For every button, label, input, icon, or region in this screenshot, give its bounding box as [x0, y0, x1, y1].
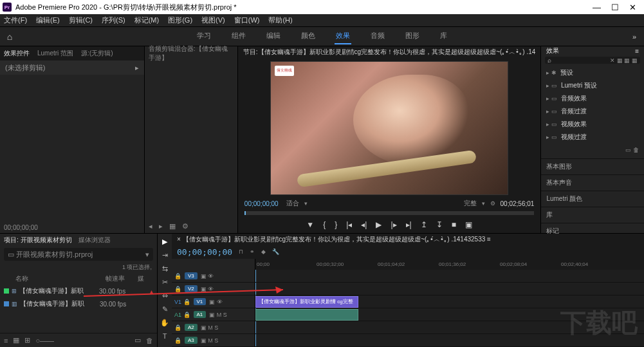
- tab-project[interactable]: 项目: 开眼视频素材剪切: [4, 236, 72, 245]
- chevron-down-icon[interactable]: ▾: [482, 200, 485, 207]
- menu-clip[interactable]: 剪辑(C): [69, 15, 93, 25]
- folder-lumetri-presets[interactable]: ▸ ▭Lumetri 预设: [544, 79, 641, 92]
- selection-tool-icon[interactable]: ▶: [162, 238, 167, 246]
- link-icon[interactable]: ⚭: [250, 249, 255, 255]
- home-icon[interactable]: ⌂: [0, 32, 19, 42]
- gear-icon[interactable]: ⚙: [490, 200, 495, 207]
- razor-tool-icon[interactable]: ✂: [162, 278, 168, 286]
- workspace-overflow-icon[interactable]: »: [625, 33, 644, 41]
- audio-clip[interactable]: [255, 309, 358, 321]
- track-a2[interactable]: 🔒A2▣ M S: [172, 321, 255, 334]
- step-forward-icon[interactable]: |▸: [391, 220, 396, 229]
- workspace-graphics[interactable]: 图形: [404, 28, 421, 44]
- col-name[interactable]: 名称: [15, 274, 106, 283]
- menu-edit[interactable]: 编辑(E): [36, 15, 60, 25]
- pen-tool-icon[interactable]: ✎: [162, 305, 168, 314]
- mark-out-icon[interactable]: }: [335, 220, 337, 229]
- track-v2[interactable]: 🔒V2▣ 👁: [172, 283, 255, 295]
- menu-sequence[interactable]: 序列(S): [102, 15, 125, 25]
- play-icon[interactable]: ▶: [376, 220, 382, 229]
- menu-help[interactable]: 帮助(H): [268, 15, 292, 25]
- zoom-slider[interactable]: ○——: [35, 337, 54, 344]
- step-back-icon[interactable]: ◂|: [361, 220, 367, 229]
- compare-view-icon[interactable]: ▣: [465, 220, 472, 229]
- hand-tool-icon[interactable]: ✋: [160, 319, 169, 327]
- slip-tool-icon[interactable]: ⇔: [162, 292, 168, 300]
- accordion-essential-graphics[interactable]: 基本图形: [541, 159, 644, 175]
- panel-menu-icon[interactable]: ≡: [635, 48, 639, 55]
- tab-audio-mixer[interactable]: 音频剪辑混合器:【倩女幽魂手游】: [149, 44, 234, 62]
- program-in-timecode[interactable]: 00;00;00;00: [244, 200, 279, 207]
- folder-audio-effects[interactable]: ▸ ▭音频效果: [544, 92, 641, 105]
- folder-video-effects[interactable]: ▸ ▭视频效果: [544, 118, 641, 131]
- timeline-timecode[interactable]: 00;00;00;00: [177, 247, 232, 257]
- snap-icon[interactable]: ⊓: [239, 249, 243, 255]
- new-bin-icon[interactable]: ▭: [625, 147, 631, 153]
- go-to-in-icon[interactable]: |◂: [346, 220, 352, 229]
- track-select-tool-icon[interactable]: ⇥: [162, 251, 168, 259]
- settings-icon[interactable]: ⚙: [182, 222, 189, 230]
- extract-icon[interactable]: ↧: [436, 220, 443, 229]
- close-button[interactable]: ✕: [629, 3, 636, 12]
- next-icon[interactable]: ▸: [159, 222, 163, 230]
- accordion-libraries[interactable]: 库: [541, 207, 644, 223]
- go-to-out-icon[interactable]: ▸|: [406, 220, 412, 229]
- workspace-libraries[interactable]: 库: [439, 28, 448, 44]
- icon-view-icon[interactable]: ▦: [13, 336, 19, 344]
- freeform-view-icon[interactable]: ⊞: [24, 336, 30, 344]
- sequence-title[interactable]: × 【倩女幽魂手游】新职业影灵剧情cg完整发布！你以为很虐，其实是超级超级超级虐…: [172, 234, 644, 245]
- col-media[interactable]: 媒: [138, 274, 144, 283]
- marker-icon[interactable]: ◆: [261, 249, 266, 255]
- project-item[interactable]: ▥ 【倩女幽魂手游】新职 30.00 fps: [0, 297, 157, 310]
- workspace-assembly[interactable]: 组件: [230, 28, 247, 44]
- zoom-fit[interactable]: 适合: [286, 199, 299, 208]
- ripple-edit-tool-icon[interactable]: ⇆: [162, 265, 168, 273]
- lift-icon[interactable]: ↥: [421, 220, 427, 229]
- workspace-effects[interactable]: 效果: [335, 28, 351, 44]
- workspace-color[interactable]: 颜色: [300, 28, 317, 44]
- tab-media-browser[interactable]: 媒体浏览器: [78, 236, 111, 245]
- menu-graphics[interactable]: 图形(G): [168, 15, 192, 25]
- menu-view[interactable]: 视图(V): [201, 15, 225, 25]
- trash-icon[interactable]: 🗑: [633, 147, 639, 153]
- list-view-icon[interactable]: ≡: [4, 337, 8, 344]
- prev-icon[interactable]: ◂: [149, 222, 152, 230]
- type-tool-icon[interactable]: T: [163, 332, 167, 340]
- export-frame-icon[interactable]: ■: [452, 220, 456, 229]
- chevron-down-icon[interactable]: ▾: [304, 200, 308, 207]
- workspace-audio[interactable]: 音频: [369, 28, 386, 44]
- folder-audio-transitions[interactable]: ▸ ▭音频过渡: [544, 105, 641, 118]
- trash-icon[interactable]: 🗑: [146, 337, 153, 344]
- folder-video-transitions[interactable]: ▸ ▭视频过渡: [544, 131, 641, 144]
- clip-selector[interactable]: (未选择剪辑): [5, 63, 45, 73]
- project-item[interactable]: ⊞ 【倩女幽魂手游】新职 30.00 fps ▴: [0, 285, 157, 297]
- video-preview[interactable]: 倩女幽魂: [270, 61, 508, 195]
- track-a3[interactable]: 🔒A3▣ M S: [172, 334, 255, 347]
- menu-window[interactable]: 窗口(W): [234, 15, 260, 25]
- col-fps[interactable]: 帧速率: [106, 274, 138, 283]
- menu-file[interactable]: 文件(F): [4, 15, 27, 25]
- tab-effect-controls[interactable]: 效果控件: [4, 49, 30, 58]
- accordion-essential-sound[interactable]: 基本声音: [541, 175, 644, 191]
- wrench-icon[interactable]: 🔧: [272, 249, 279, 255]
- resolution[interactable]: 完整: [464, 199, 477, 208]
- filter-icon[interactable]: ▾: [145, 250, 149, 259]
- timeline-ruler[interactable]: 00;00 00;00;32;00 00;01;04;02 00;01;36;0…: [255, 259, 644, 270]
- tab-source[interactable]: 源:(无剪辑): [81, 49, 113, 58]
- new-item-icon[interactable]: ▭: [134, 336, 141, 344]
- chevron-right-icon[interactable]: ▸: [135, 64, 139, 72]
- minimize-button[interactable]: —: [593, 3, 601, 12]
- effects-search[interactable]: ⌕ ✕ ▦ ▦ ▦: [545, 57, 640, 64]
- maximize-button[interactable]: ☐: [611, 3, 619, 12]
- track-a1[interactable]: A1 🔒A1▣ M S: [172, 308, 255, 321]
- folder-presets[interactable]: ▸ ✱预设: [544, 66, 641, 79]
- add-marker-icon[interactable]: ▼: [306, 220, 314, 229]
- track-v1[interactable]: V1 🔒V1▣ 👁: [172, 295, 255, 308]
- workspace-editing[interactable]: 编辑: [265, 28, 282, 44]
- program-scrubber[interactable]: [244, 211, 535, 216]
- workspace-learn[interactable]: 学习: [196, 28, 212, 44]
- video-clip[interactable]: 【倩女幽魂手游】新职业影灵剧情 cg完整: [255, 296, 358, 308]
- track-v3[interactable]: 🔒V3▣ 👁: [172, 270, 255, 283]
- accordion-lumetri-color[interactable]: Lumetri 颜色: [541, 191, 644, 207]
- mark-in-icon[interactable]: {: [323, 220, 326, 229]
